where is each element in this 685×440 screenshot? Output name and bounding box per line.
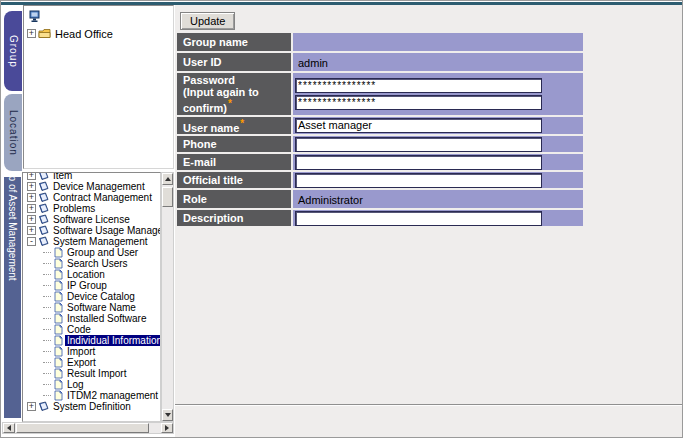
page-icon <box>54 390 63 401</box>
book-icon <box>38 214 49 225</box>
form-row-user-name: User name* <box>177 117 583 135</box>
tree-item-search-users[interactable]: Search Users <box>23 258 160 269</box>
e-mail-input[interactable] <box>295 155 542 170</box>
user-name-input[interactable] <box>295 118 542 133</box>
tree-connector <box>43 373 51 374</box>
description-input[interactable] <box>295 211 542 226</box>
arrow-up-icon <box>165 177 171 181</box>
tree-item-label: Log <box>65 379 86 390</box>
tree-item-software-usage-management[interactable]: +Software Usage Management <box>23 225 160 236</box>
scroll-right-button[interactable] <box>161 423 173 433</box>
content-panel: Update Group nameUser IDadminPassword(In… <box>175 5 683 404</box>
field-label-text: Role <box>183 193 207 205</box>
tree-item-itdm2-management-information[interactable]: ITDM2 management information <box>23 390 160 401</box>
vertical-scrollbar[interactable] <box>161 172 174 422</box>
tree-item-software-license[interactable]: +Software License <box>23 214 160 225</box>
form-row-user-id: User IDadmin <box>177 53 583 71</box>
required-asterisk: * <box>240 118 244 129</box>
tree-item-code[interactable]: Code <box>23 324 160 335</box>
tree-item-location[interactable]: Location <box>23 269 160 280</box>
field-label-text: User ID <box>183 56 222 68</box>
field-value-role: Administrator <box>293 190 583 208</box>
tree-connector <box>43 318 51 319</box>
collapse-icon[interactable]: - <box>27 237 36 246</box>
tree-item-label: System Definition <box>51 401 133 412</box>
tab-group-label: Group <box>8 35 19 68</box>
field-value-phone <box>293 136 583 152</box>
tree-connector <box>43 329 51 330</box>
tree-item-individual-information[interactable]: Individual Information <box>23 335 160 346</box>
asset-management-strip-label: Top of Asset Management <box>7 177 18 281</box>
scroll-down-button[interactable] <box>162 409 173 421</box>
page-icon <box>54 280 63 291</box>
tree-item-label: Search Users <box>65 258 130 269</box>
field-label-text: Phone <box>183 138 217 150</box>
tree-connector <box>43 296 51 297</box>
tree-connector <box>43 340 51 341</box>
field-label-text: E-mail <box>183 156 216 168</box>
form-row-e-mail: E-mail <box>177 154 583 170</box>
page-icon <box>54 302 63 313</box>
tree-item-label: Software Name <box>65 302 138 313</box>
tree-item-device-catalog[interactable]: Device Catalog <box>23 291 160 302</box>
password-confirm-input[interactable] <box>295 95 542 110</box>
tree-item-problems[interactable]: +Problems <box>23 203 160 214</box>
form-row-password: Password(Input again to confirm)* <box>177 73 583 115</box>
tree-item-system-management[interactable]: -System Management <box>23 236 160 247</box>
horizontal-scroll-thumb[interactable] <box>16 423 149 433</box>
tree-item-label: Problems <box>51 203 97 214</box>
nav-tree: +Item+Device Management+Contract Managem… <box>23 172 160 412</box>
tree-item-label: Individual Information <box>65 335 161 346</box>
tree-connector <box>43 307 51 308</box>
expand-icon[interactable]: + <box>27 204 36 213</box>
expand-icon[interactable]: + <box>27 402 36 411</box>
status-strip <box>175 406 683 438</box>
tree-item-software-name[interactable]: Software Name <box>23 302 160 313</box>
required-asterisk: * <box>228 98 232 109</box>
tree-item-device-management[interactable]: +Device Management <box>23 181 160 192</box>
tree-node-head-office[interactable]: + Head Office <box>27 27 113 40</box>
tree-item-log[interactable]: Log <box>23 379 160 390</box>
tree-node-label: Head Office <box>55 28 113 40</box>
field-value-e-mail <box>293 154 583 170</box>
tab-location[interactable]: Location <box>4 94 22 171</box>
expand-icon[interactable]: + <box>27 172 36 180</box>
scroll-left-button[interactable] <box>3 423 15 433</box>
update-button[interactable]: Update <box>180 12 235 30</box>
scroll-up-button[interactable] <box>162 173 173 185</box>
tree-item-import[interactable]: Import <box>23 346 160 357</box>
field-label-phone: Phone <box>177 136 291 152</box>
tree-item-ip-group[interactable]: IP Group <box>23 280 160 291</box>
arrow-left-icon <box>7 425 11 431</box>
phone-input[interactable] <box>295 137 542 152</box>
book-icon <box>38 236 49 247</box>
vertical-scroll-thumb[interactable] <box>162 187 173 207</box>
book-icon <box>38 172 49 181</box>
tree-item-contract-management[interactable]: +Contract Management <box>23 192 160 203</box>
group-name-value <box>295 37 298 49</box>
nav-tree-panel: +Item+Device Management+Contract Managem… <box>22 172 161 422</box>
tree-item-export[interactable]: Export <box>23 357 160 368</box>
tab-group[interactable]: Group <box>4 11 22 91</box>
expand-icon[interactable]: + <box>27 182 36 191</box>
expand-icon[interactable]: + <box>27 29 36 38</box>
expand-icon[interactable]: + <box>27 193 36 202</box>
page-icon <box>54 269 63 280</box>
form-row-description: Description <box>177 210 583 226</box>
tree-item-group-and-user[interactable]: Group and User <box>23 247 160 258</box>
tree-item-installed-software[interactable]: Installed Software <box>23 313 160 324</box>
tree-item-label: IP Group <box>65 280 109 291</box>
tree-item-label: Software License <box>51 214 132 225</box>
tree-item-item[interactable]: +Item <box>23 172 160 181</box>
expand-icon[interactable]: + <box>27 215 36 224</box>
official-title-input[interactable] <box>295 173 542 188</box>
field-value-group-name <box>293 33 583 51</box>
tree-connector <box>43 274 51 275</box>
tree-item-result-import[interactable]: Result Import <box>23 368 160 379</box>
field-label-description: Description <box>177 210 291 226</box>
password-input[interactable] <box>295 78 542 93</box>
horizontal-scrollbar[interactable] <box>2 422 174 434</box>
tree-item-system-definition[interactable]: +System Definition <box>23 401 160 412</box>
navigation-section: Top of Asset Management +Item+Device Man… <box>2 171 175 434</box>
expand-icon[interactable]: + <box>27 226 36 235</box>
